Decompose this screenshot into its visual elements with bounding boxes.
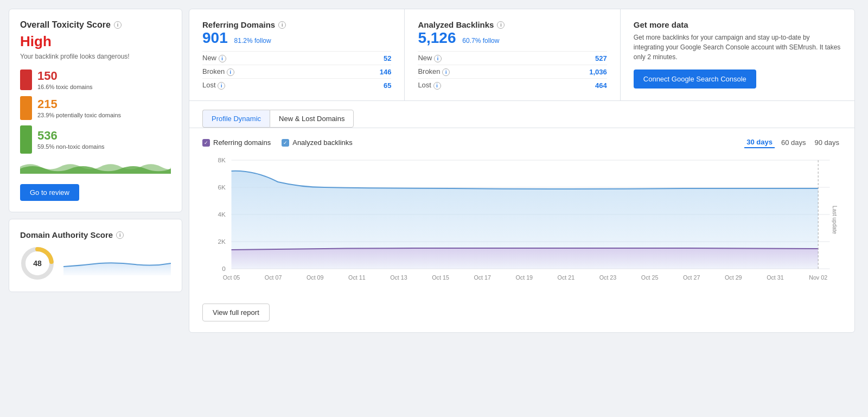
referring-domains-number: 901 <box>202 29 228 46</box>
rd-lost-row: Lost i 65 <box>202 78 391 90</box>
svg-text:Oct 19: Oct 19 <box>516 275 533 281</box>
go-to-review-button[interactable]: Go to review <box>20 184 79 201</box>
analyzed-backlinks-block: Analyzed Backlinks i 5,126 60.7% follow … <box>405 9 620 100</box>
analyzed-backlinks-follow: 60.7% follow <box>462 37 499 45</box>
referring-domains-block: Referring Domains i 901 81.2% follow New… <box>189 9 405 100</box>
tab-buttons: Profile Dynamic New & Lost Domains <box>202 110 841 128</box>
chart-wrap: 8K 6K 4K 2K 0 Oct 05 Oct 07 Oct <box>202 155 841 296</box>
tab-profile-dynamic[interactable]: Profile Dynamic <box>202 110 270 128</box>
svg-text:2K: 2K <box>218 238 226 245</box>
toxicity-title-text: Overall Toxicity Score <box>20 20 111 30</box>
rd-broken-info[interactable]: i <box>227 68 234 76</box>
chart-legend-row: ✓ Referring domains ✓ Analyzed backlinks… <box>202 137 841 148</box>
score-row-1: 150 16.6% toxic domains <box>20 69 171 91</box>
svg-text:8K: 8K <box>218 157 226 163</box>
score-number-1: 150 <box>37 69 93 83</box>
svg-text:Oct 05: Oct 05 <box>223 275 240 281</box>
view-full-report-button[interactable]: View full report <box>202 304 270 321</box>
legend-backlinks-checkbox[interactable]: ✓ <box>282 139 289 147</box>
da-info-icon[interactable]: i <box>116 231 124 239</box>
left-panel: Overall Toxicity Score i High Your backl… <box>9 9 182 333</box>
ab-new-info[interactable]: i <box>434 55 442 62</box>
legend-analyzed-backlinks: ✓ Analyzed backlinks <box>282 138 353 147</box>
donut-chart: 48 <box>20 246 55 281</box>
da-title: Domain Authority Score i <box>20 230 171 239</box>
ab-broken-info[interactable]: i <box>442 68 450 76</box>
filter-60-days[interactable]: 60 days <box>779 137 808 148</box>
get-more-text: Get more backlinks for your campaign and… <box>634 33 841 62</box>
svg-text:Oct 31: Oct 31 <box>767 275 784 281</box>
referring-domains-sub-rows: New i 52 Broken i 146 Lost i 65 <box>202 51 391 90</box>
analyzed-backlinks-sub-rows: New i 527 Broken i 1,036 Lost i 464 <box>418 51 607 90</box>
bar-potentially-toxic <box>20 96 32 120</box>
filter-30-days[interactable]: 30 days <box>744 137 775 148</box>
legend-backlinks-label: Analyzed backlinks <box>292 138 353 147</box>
stats-row: Referring Domains i 901 81.2% follow New… <box>189 9 854 101</box>
chart-section: ✓ Referring domains ✓ Analyzed backlinks… <box>189 128 854 332</box>
da-content: 48 <box>20 246 171 281</box>
svg-text:Oct 21: Oct 21 <box>558 275 575 281</box>
ab-lost-info[interactable]: i <box>433 82 441 90</box>
svg-text:4K: 4K <box>218 211 226 218</box>
main-container: Overall Toxicity Score i High Your backl… <box>9 9 855 333</box>
score-row-3: 536 59.5% non-toxic domains <box>20 125 171 154</box>
referring-domains-title: Referring Domains i <box>202 20 391 29</box>
svg-text:Oct 23: Oct 23 <box>599 275 617 281</box>
svg-text:Oct 27: Oct 27 <box>683 275 700 281</box>
score-row-2: 215 23.9% potentially toxic domains <box>20 96 171 120</box>
score-desc-1: 16.6% toxic domains <box>37 83 93 91</box>
bar-nontoxic <box>20 125 32 154</box>
da-title-text: Domain Authority Score <box>20 230 113 239</box>
rd-lost-info[interactable]: i <box>218 82 225 90</box>
legend-referring-domains: ✓ Referring domains <box>202 138 271 147</box>
toxicity-card: Overall Toxicity Score i High Your backl… <box>9 9 182 212</box>
legend-referring-label: Referring domains <box>213 138 271 147</box>
analyzed-backlinks-info-icon[interactable]: i <box>497 21 505 29</box>
get-more-block: Get more data Get more backlinks for you… <box>621 9 854 100</box>
analyzed-backlinks-number: 5,126 <box>418 29 456 46</box>
ab-new-row: New i 527 <box>418 51 607 62</box>
rd-new-row: New i 52 <box>202 51 391 62</box>
score-number-3: 536 <box>37 129 105 143</box>
analyzed-backlinks-title: Analyzed Backlinks i <box>418 20 607 29</box>
tabs-section: Profile Dynamic New & Lost Domains <box>189 101 854 128</box>
da-score: 48 <box>33 259 42 268</box>
referring-domains-info-icon[interactable]: i <box>278 21 286 29</box>
connect-google-button[interactable]: Connect Google Search Console <box>634 70 756 89</box>
referring-domains-follow: 81.2% follow <box>234 37 271 45</box>
rd-broken-row: Broken i 146 <box>202 65 391 76</box>
ab-lost-row: Lost i 464 <box>418 78 607 90</box>
filter-90-days[interactable]: 90 days <box>812 137 841 148</box>
ab-broken-row: Broken i 1,036 <box>418 65 607 76</box>
score-desc-3: 59.5% non-toxic domains <box>37 143 105 150</box>
legend-referring-checkbox[interactable]: ✓ <box>202 139 210 147</box>
wavy-svg <box>20 159 171 174</box>
toxicity-description: Your backlink profile looks dangerous! <box>20 52 171 61</box>
svg-text:6K: 6K <box>218 184 226 191</box>
svg-text:Nov 02: Nov 02 <box>809 275 827 281</box>
svg-text:Oct 09: Oct 09 <box>307 275 324 281</box>
da-sparkline <box>63 251 171 275</box>
main-chart: 8K 6K 4K 2K 0 Oct 05 Oct 07 Oct <box>202 155 841 296</box>
svg-text:Oct 29: Oct 29 <box>725 275 742 281</box>
svg-text:Oct 25: Oct 25 <box>641 275 659 281</box>
toxicity-info-icon[interactable]: i <box>114 21 122 29</box>
toxicity-title: Overall Toxicity Score i <box>20 20 171 30</box>
score-desc-2: 23.9% potentially toxic domains <box>37 111 121 119</box>
svg-text:Oct 15: Oct 15 <box>432 275 449 281</box>
svg-text:Oct 07: Oct 07 <box>265 275 282 281</box>
svg-text:Oct 13: Oct 13 <box>390 275 407 281</box>
svg-text:0: 0 <box>222 266 226 272</box>
svg-text:Oct 11: Oct 11 <box>348 275 366 281</box>
day-filters: 30 days 60 days 90 days <box>744 137 841 148</box>
right-panel: Referring Domains i 901 81.2% follow New… <box>189 9 855 333</box>
bar-toxic <box>20 70 32 90</box>
wavy-divider <box>20 159 171 174</box>
toxicity-level: High <box>20 33 171 50</box>
get-more-title: Get more data <box>634 20 841 29</box>
domain-authority-card: Domain Authority Score i 48 <box>9 219 182 292</box>
score-bars: 150 16.6% toxic domains 215 23.9% potent… <box>20 69 171 154</box>
tab-new-lost-domains[interactable]: New & Lost Domains <box>270 110 354 128</box>
svg-text:Last update: Last update <box>832 206 838 234</box>
rd-new-info[interactable]: i <box>219 55 226 62</box>
